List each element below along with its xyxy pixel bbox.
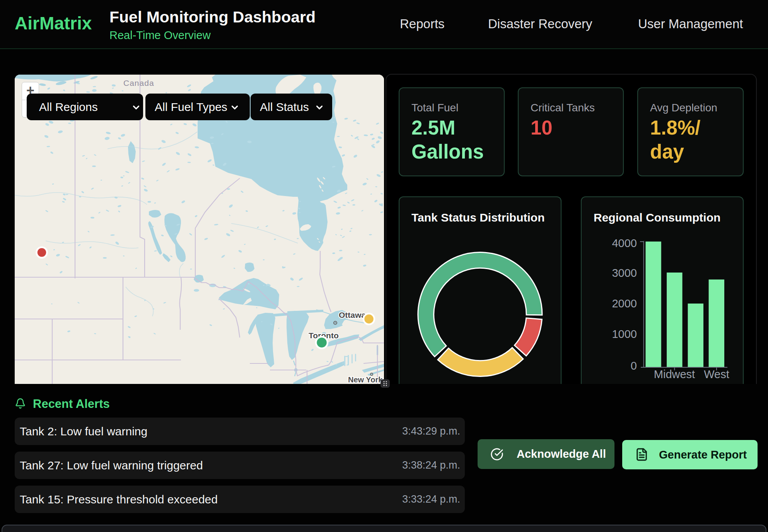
svg-text:West: West — [704, 368, 729, 380]
svg-text:4000: 4000 — [612, 237, 637, 249]
svg-text:Ottawa: Ottawa — [339, 310, 366, 319]
svg-text:0: 0 — [631, 360, 637, 372]
svg-text:3000: 3000 — [612, 267, 637, 279]
svg-text:2000: 2000 — [612, 297, 637, 310]
svg-text:1000: 1000 — [612, 328, 637, 340]
svg-text:Canada: Canada — [123, 78, 154, 87]
svg-text:New York: New York — [348, 375, 383, 384]
svg-text:Midwest: Midwest — [654, 368, 695, 380]
